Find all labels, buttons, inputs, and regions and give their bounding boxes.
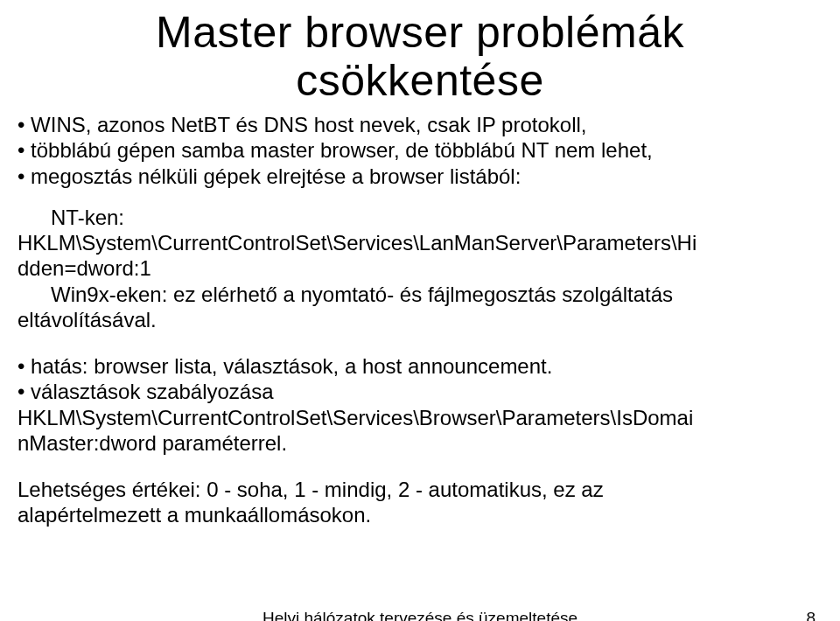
spacer <box>18 332 822 353</box>
win9x-line-1: Win9x-eken: ez elérhető a nyomtató- és f… <box>18 282 822 307</box>
bullet-election-control: választások szabályozása <box>18 379 822 404</box>
registry-line-4: nMaster:dword paraméterrel. <box>18 430 822 456</box>
bullet-effect: hatás: browser lista, választások, a hos… <box>18 353 822 379</box>
title-line-2: csökkentése <box>296 56 543 105</box>
values-line-1: Lehetséges értékei: 0 - soha, 1 - mindig… <box>18 477 822 502</box>
registry-line-2: dden=dword:1 <box>18 255 822 281</box>
footer-text: Helyi hálózatok tervezése és üzemeltetés… <box>262 609 578 621</box>
slide-title: Master browser problémák csökkentése <box>18 9 822 105</box>
title-line-1: Master browser problémák <box>156 8 684 57</box>
spacer <box>18 189 822 205</box>
slide-page: Master browser problémák csökkentése WIN… <box>0 0 840 621</box>
win9x-line-2: eltávolításával. <box>18 307 822 332</box>
page-number: 8 <box>806 609 816 621</box>
bullet-multihomed: többlábú gépen samba master browser, de … <box>18 137 822 163</box>
nt-label: NT-ken: <box>18 205 822 230</box>
registry-line-1: HKLM\System\CurrentControlSet\Services\L… <box>18 230 822 255</box>
values-line-2: alapértelmezett a munkaállomásokon. <box>18 502 822 527</box>
spacer <box>18 456 822 477</box>
registry-line-3: HKLM\System\CurrentControlSet\Services\B… <box>18 405 822 430</box>
bullet-hide-hosts: megosztás nélküli gépek elrejtése a brow… <box>18 164 822 189</box>
bullet-wins: WINS, azonos NetBT és DNS host nevek, cs… <box>18 112 822 137</box>
